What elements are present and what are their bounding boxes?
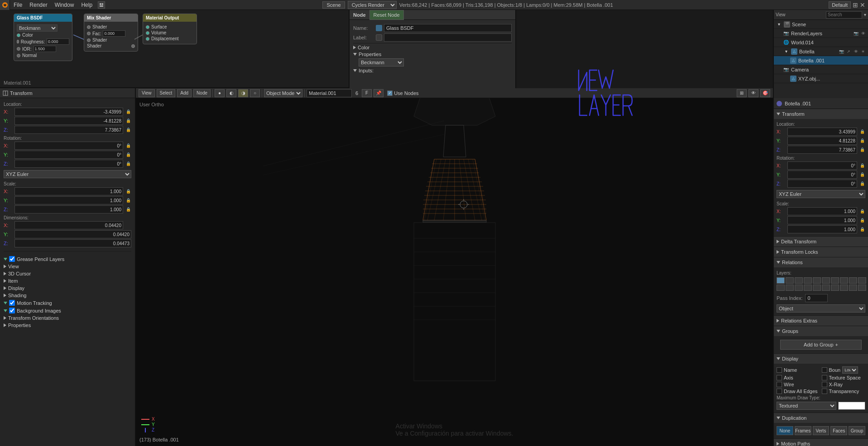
left-loc-z-lock[interactable]: 🔒 xyxy=(125,127,131,133)
left-loc-x-input[interactable] xyxy=(14,108,123,116)
node-glass-bsdf[interactable]: Glass BSDF Beckmann Color Roughness: IOR… xyxy=(14,14,72,61)
section-grease-pencil[interactable]: Grease Pencil Layers xyxy=(4,255,131,263)
rot-x-lock[interactable]: 🔒 xyxy=(859,162,865,169)
section-view[interactable]: View xyxy=(4,263,131,270)
dup-faces-btn[interactable]: Faces xyxy=(830,426,847,435)
menu-render[interactable]: Render xyxy=(26,0,51,10)
left-rotation-mode[interactable]: XYZ Euler xyxy=(4,170,131,178)
node-name-input[interactable] xyxy=(384,24,512,32)
groups-header[interactable]: Groups xyxy=(774,326,868,336)
shading-wire-btn[interactable]: ○ xyxy=(250,89,260,97)
left-rot-x-input[interactable] xyxy=(14,142,123,150)
layer-19[interactable] xyxy=(849,285,857,291)
close-btn[interactable]: ✕ xyxy=(860,1,865,9)
pin-btn[interactable]: 📌 xyxy=(374,89,384,97)
engine-select[interactable]: Cycles Render Blender Render xyxy=(348,1,397,9)
layer-2[interactable] xyxy=(786,277,794,284)
loc-z-lock[interactable]: 🔒 xyxy=(859,147,865,153)
dup-frames-btn[interactable]: Frames xyxy=(795,426,811,435)
rot-z-input[interactable] xyxy=(787,180,857,188)
layer-8[interactable] xyxy=(840,277,848,284)
texture-check[interactable] xyxy=(822,375,827,380)
all-edges-check[interactable] xyxy=(777,389,782,394)
left-loc-y-input[interactable] xyxy=(14,117,123,125)
wire-check[interactable] xyxy=(777,382,782,387)
relations-extras-header[interactable]: Relations Extras xyxy=(774,316,868,326)
layer-12[interactable] xyxy=(786,285,794,291)
loc-y-lock[interactable]: 🔒 xyxy=(859,138,865,144)
draw-type-select[interactable]: Textured xyxy=(777,402,836,410)
overlay-btn[interactable]: 👁 xyxy=(748,89,758,97)
relations-header[interactable]: Relations xyxy=(774,257,868,267)
motion-tracking-check[interactable] xyxy=(9,300,15,306)
node-menu-btn[interactable]: Node xyxy=(193,89,211,97)
gizmo-btn[interactable]: 🎯 xyxy=(760,89,770,97)
left-rot-y-lock[interactable]: 🔒 xyxy=(125,152,131,158)
select-menu-btn[interactable]: Select xyxy=(157,89,176,97)
layer-15[interactable] xyxy=(813,285,821,291)
layer-13[interactable] xyxy=(795,285,803,291)
left-dim-x-input[interactable] xyxy=(14,221,123,229)
grease-pencil-check[interactable] xyxy=(9,256,15,262)
layer-11[interactable] xyxy=(777,285,785,291)
bg-images-check[interactable] xyxy=(9,308,15,313)
layer-18[interactable] xyxy=(840,285,848,291)
layer-5[interactable] xyxy=(813,277,821,284)
layer-9[interactable] xyxy=(849,277,857,284)
scl-z-input[interactable] xyxy=(787,225,857,233)
outliner-item-renderlayers[interactable]: 📷 RenderLayers 📷 👁 xyxy=(774,29,868,38)
layer-14[interactable] xyxy=(804,285,812,291)
transparency-check[interactable] xyxy=(822,389,827,394)
loc-z-input[interactable] xyxy=(787,146,857,154)
xray-check[interactable] xyxy=(822,382,827,387)
shading-mat-btn[interactable]: ◐ xyxy=(226,89,236,97)
rotation-mode-select[interactable]: XYZ Euler xyxy=(777,190,865,198)
menu-window[interactable]: Window xyxy=(51,0,78,10)
section-bg-images[interactable]: Background Images xyxy=(4,307,131,314)
section-item[interactable]: Item xyxy=(4,277,131,285)
rot-z-lock[interactable]: 🔒 xyxy=(859,180,865,187)
scl-z-lock[interactable]: 🔒 xyxy=(859,226,865,232)
layer-6[interactable] xyxy=(822,277,830,284)
left-rot-z-input[interactable] xyxy=(14,160,123,168)
maximize-btn[interactable]: ⊞ xyxy=(853,1,858,9)
section-properties[interactable]: Properties xyxy=(4,322,131,329)
scene-name[interactable]: Scene xyxy=(322,1,345,9)
left-loc-y-lock[interactable]: 🔒 xyxy=(125,118,131,124)
use-nodes-check[interactable] xyxy=(387,90,393,96)
loc-x-input[interactable] xyxy=(787,128,857,136)
left-rot-x-lock[interactable]: 🔒 xyxy=(125,142,131,149)
motion-paths-header[interactable]: Motion Paths xyxy=(774,439,868,446)
layer-7[interactable] xyxy=(831,277,839,284)
section-motion-tracking[interactable]: Motion Tracking xyxy=(4,299,131,307)
bsdf-distribution-select[interactable]: Beckmann xyxy=(17,24,58,32)
transform-header[interactable]: Transform xyxy=(774,109,868,119)
left-scl-z-input[interactable] xyxy=(14,205,123,214)
outliner-item-botella[interactable]: ▾ △ Botella 📷 ↗ 👁 ☀ xyxy=(774,47,868,56)
rot-y-lock[interactable]: 🔒 xyxy=(859,171,865,178)
node-mix-shader[interactable]: Mix Shader Shader Fac: Shader Shader xyxy=(84,14,138,52)
loc-y-input[interactable] xyxy=(787,137,857,145)
section-3d-cursor[interactable]: 3D Cursor xyxy=(4,270,131,277)
outliner-filter-icon[interactable]: ▾ xyxy=(864,12,866,17)
outliner-item-world[interactable]: 🌐 World.014 xyxy=(774,38,868,47)
scl-x-lock[interactable]: 🔒 xyxy=(859,208,865,214)
shading-solid-btn[interactable]: ● xyxy=(215,89,225,97)
add-menu-btn[interactable]: Add xyxy=(177,89,192,97)
left-scl-x-lock[interactable]: 🔒 xyxy=(125,188,131,195)
bounds-type-select[interactable]: Low xyxy=(842,366,858,374)
menu-help[interactable]: Help xyxy=(77,0,96,10)
loc-x-lock[interactable]: 🔒 xyxy=(859,128,865,135)
section-shading[interactable]: Shading xyxy=(4,292,131,299)
display-header[interactable]: Display xyxy=(774,354,868,364)
left-scl-y-lock[interactable]: 🔒 xyxy=(125,197,131,204)
layer-3[interactable] xyxy=(795,277,803,284)
distribution-select[interactable]: Beckmann xyxy=(359,58,404,66)
scl-x-input[interactable] xyxy=(787,207,857,215)
fac-input[interactable] xyxy=(103,30,125,37)
left-dim-z-input[interactable] xyxy=(14,239,131,247)
mode-select[interactable]: Object Mode xyxy=(264,89,302,97)
left-rot-z-lock[interactable]: 🔒 xyxy=(125,161,131,167)
pass-index-input[interactable] xyxy=(805,294,828,302)
duplication-header[interactable]: Duplication xyxy=(774,413,868,423)
